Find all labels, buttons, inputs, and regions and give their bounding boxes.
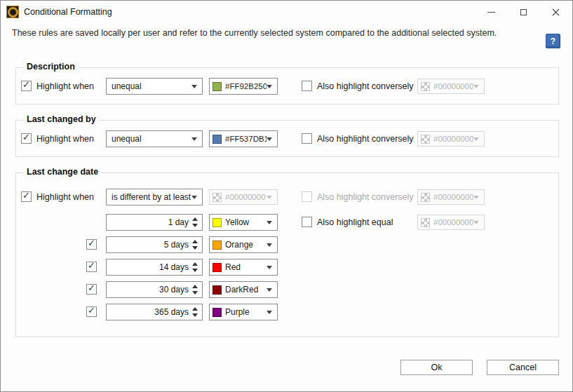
- spin-up-icon[interactable]: [192, 307, 198, 311]
- description-conversely-color-dropdown: #00000000: [417, 79, 485, 94]
- spin-down-icon[interactable]: [192, 313, 198, 317]
- transparent-color-swatch: [421, 218, 430, 227]
- threshold-365-days-color-dropdown[interactable]: Purple: [209, 304, 278, 320]
- transparent-color-swatch: [421, 135, 430, 144]
- last-changed-by-color-dropdown[interactable]: #FF537DB1: [209, 130, 278, 147]
- chevron-down-icon: [191, 137, 197, 141]
- threshold-14-days-color-dropdown[interactable]: Red: [209, 259, 278, 276]
- threshold-5-days-color-dropdown[interactable]: Orange: [209, 236, 278, 253]
- maximize-button[interactable]: [508, 1, 539, 22]
- threshold-1-day-color-dropdown[interactable]: Yellow: [209, 214, 278, 231]
- last-changed-by-conversely-checkbox[interactable]: [302, 133, 312, 144]
- last-changed-by-condition-dropdown[interactable]: unequal: [106, 130, 203, 147]
- last-change-date-conversely-checkbox: [302, 191, 312, 202]
- color-swatch: [213, 82, 222, 91]
- close-icon: [552, 8, 560, 16]
- last-change-date-highlight-checkbox[interactable]: [21, 191, 32, 202]
- chevron-down-icon: [473, 137, 479, 141]
- threshold-365-days-spinner[interactable]: 365 days: [106, 304, 203, 320]
- ok-button[interactable]: Ok: [400, 360, 473, 375]
- threshold-30-days-color-dropdown[interactable]: DarkRed: [209, 281, 278, 298]
- spin-up-icon[interactable]: [192, 262, 198, 266]
- description-highlight-checkbox[interactable]: [21, 81, 32, 91]
- chevron-down-icon: [191, 196, 197, 199]
- color-swatch: [213, 135, 222, 144]
- chevron-down-icon: [267, 266, 272, 269]
- description-condition-dropdown[interactable]: unequal: [106, 78, 203, 95]
- last-changed-by-conversely-color-dropdown: #00000000: [417, 131, 485, 147]
- intro-text: These rules are saved locally per user a…: [12, 28, 503, 38]
- chevron-down-icon: [267, 221, 272, 224]
- last-changed-by-conversely-label: Also highlight conversely: [317, 134, 414, 144]
- close-button[interactable]: [540, 1, 572, 22]
- equal-color-dropdown: #00000000: [417, 215, 485, 230]
- spin-up-icon[interactable]: [192, 217, 198, 221]
- also-highlight-equal-checkbox[interactable]: [302, 217, 312, 227]
- spin-down-icon[interactable]: [192, 291, 198, 295]
- transparent-color-swatch: [213, 193, 222, 202]
- last-change-date-conversely-color-dropdown: #00000000: [417, 189, 485, 205]
- last-change-date-conversely-label: Also highlight conversely: [317, 192, 414, 202]
- spin-down-icon[interactable]: [192, 246, 198, 250]
- spin-down-icon[interactable]: [192, 269, 198, 272]
- chevron-down-icon: [473, 221, 479, 224]
- threshold-30-days-checkbox[interactable]: [86, 284, 97, 295]
- transparent-color-swatch: [421, 193, 430, 202]
- threshold-14-days-spinner[interactable]: 14 days: [106, 259, 203, 276]
- threshold-5-days-spinner[interactable]: 5 days: [106, 236, 203, 253]
- chevron-down-icon: [267, 311, 272, 314]
- chevron-down-icon: [473, 85, 479, 88]
- last-change-date-condition-color-dropdown: #00000000: [209, 189, 278, 205]
- transparent-color-swatch: [421, 82, 430, 91]
- cancel-button[interactable]: Cancel: [487, 360, 559, 375]
- description-conversely-checkbox[interactable]: [302, 81, 312, 91]
- color-swatch: [213, 263, 222, 272]
- group-description-title: Description: [23, 62, 79, 72]
- last-change-date-condition-dropdown[interactable]: is different by at least: [106, 189, 203, 205]
- description-highlight-label: Highlight when: [36, 81, 94, 91]
- chevron-down-icon: [473, 196, 479, 199]
- group-last-change-date-title: Last change date: [23, 167, 102, 177]
- chevron-down-icon: [267, 288, 272, 292]
- last-changed-by-highlight-checkbox[interactable]: [21, 133, 32, 144]
- maximize-icon: [520, 9, 527, 15]
- color-swatch: [213, 308, 222, 317]
- app-icon: [6, 6, 19, 18]
- app-logo-ring-icon: [8, 7, 18, 18]
- description-conversely-label: Also highlight conversely: [317, 81, 414, 91]
- chevron-down-icon: [267, 243, 272, 247]
- minimize-button[interactable]: [476, 1, 507, 22]
- color-swatch: [213, 285, 222, 295]
- color-swatch: [213, 241, 222, 250]
- also-highlight-equal-label: Also highlight equal: [317, 217, 393, 227]
- help-button[interactable]: ?: [546, 34, 560, 48]
- threshold-1-day-spinner[interactable]: 1 day: [106, 214, 203, 231]
- chevron-down-icon: [267, 137, 272, 141]
- color-swatch: [213, 218, 222, 227]
- last-change-date-highlight-label: Highlight when: [36, 192, 94, 202]
- threshold-5-days-checkbox[interactable]: [86, 239, 97, 250]
- description-color-dropdown[interactable]: #FF92B250: [209, 78, 278, 95]
- threshold-14-days-checkbox[interactable]: [86, 262, 97, 272]
- spin-down-icon[interactable]: [192, 224, 198, 227]
- minimize-icon: [487, 12, 495, 13]
- spin-up-icon[interactable]: [192, 240, 198, 243]
- spin-up-icon[interactable]: [192, 285, 198, 288]
- chevron-down-icon: [191, 85, 197, 88]
- threshold-365-days-checkbox[interactable]: [86, 306, 97, 317]
- last-changed-by-highlight-label: Highlight when: [36, 134, 94, 144]
- conditional-formatting-dialog: Conditional Formatting These rules are s…: [0, 0, 573, 392]
- chevron-down-icon: [267, 196, 272, 199]
- window-title: Conditional Formatting: [24, 7, 112, 17]
- chevron-down-icon: [267, 85, 272, 88]
- group-last-changed-by-title: Last changed by: [23, 114, 100, 124]
- threshold-30-days-spinner[interactable]: 30 days: [106, 281, 203, 298]
- question-mark-icon: ?: [551, 36, 555, 46]
